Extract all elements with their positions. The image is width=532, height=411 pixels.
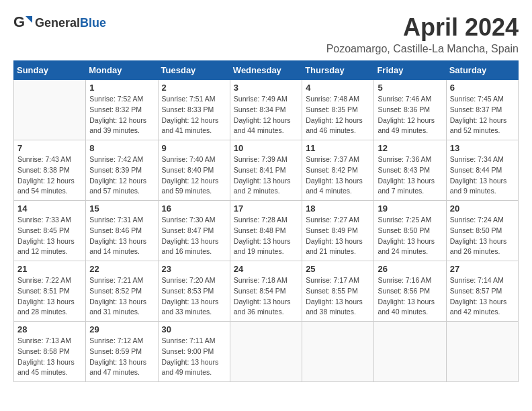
day-number: 18 [306, 203, 370, 214]
logo: G GeneralBlue [13, 13, 106, 32]
week-row-4: 21Sunrise: 7:22 AMSunset: 8:51 PMDayligh… [14, 261, 519, 322]
calendar-header-row: SundayMondayTuesdayWednesdayThursdayFrid… [14, 61, 519, 80]
calendar-cell: 13Sunrise: 7:34 AMSunset: 8:44 PMDayligh… [446, 140, 518, 201]
calendar-cell: 3Sunrise: 7:49 AMSunset: 8:34 PMDaylight… [230, 80, 302, 140]
calendar-cell: 4Sunrise: 7:48 AMSunset: 8:35 PMDaylight… [302, 80, 374, 140]
day-number: 12 [378, 143, 442, 153]
day-info: Sunrise: 7:43 AMSunset: 8:38 PMDaylight:… [17, 154, 82, 197]
day-number: 14 [17, 203, 82, 214]
calendar-cell [230, 322, 302, 382]
logo-icon: G [13, 13, 32, 32]
column-header-monday: Monday [86, 61, 158, 80]
day-number: 26 [378, 264, 442, 274]
day-info: Sunrise: 7:27 AMSunset: 8:49 PMDaylight:… [306, 215, 370, 257]
column-header-thursday: Thursday [302, 61, 374, 80]
week-row-1: 1Sunrise: 7:52 AMSunset: 8:32 PMDaylight… [14, 80, 519, 140]
day-info: Sunrise: 7:39 AMSunset: 8:41 PMDaylight:… [234, 154, 298, 197]
day-number: 2 [162, 83, 226, 93]
calendar-cell: 9Sunrise: 7:40 AMSunset: 8:40 PMDaylight… [158, 140, 230, 201]
day-number: 28 [17, 324, 82, 334]
day-info: Sunrise: 7:14 AMSunset: 8:57 PMDaylight:… [450, 275, 515, 318]
day-info: Sunrise: 7:24 AMSunset: 8:50 PMDaylight:… [450, 215, 515, 257]
calendar-cell: 18Sunrise: 7:27 AMSunset: 8:49 PMDayligh… [302, 201, 374, 261]
svg-text:G: G [13, 13, 25, 30]
day-info: Sunrise: 7:46 AMSunset: 8:36 PMDaylight:… [378, 94, 442, 136]
column-header-tuesday: Tuesday [158, 61, 230, 80]
day-info: Sunrise: 7:13 AMSunset: 8:58 PMDaylight:… [17, 336, 82, 378]
calendar-cell: 11Sunrise: 7:37 AMSunset: 8:42 PMDayligh… [302, 140, 374, 201]
day-number: 19 [378, 203, 442, 214]
day-number: 7 [17, 143, 82, 153]
day-number: 24 [234, 264, 298, 274]
calendar-cell: 25Sunrise: 7:17 AMSunset: 8:55 PMDayligh… [302, 261, 374, 322]
day-number: 13 [450, 143, 515, 153]
day-info: Sunrise: 7:49 AMSunset: 8:34 PMDaylight:… [234, 94, 298, 136]
calendar-cell: 5Sunrise: 7:46 AMSunset: 8:36 PMDaylight… [374, 80, 446, 140]
page-header: G GeneralBlue April 2024 Pozoamargo, Cas… [13, 13, 519, 55]
day-number: 4 [306, 83, 370, 93]
day-number: 27 [450, 264, 515, 274]
day-number: 11 [306, 143, 370, 153]
week-row-3: 14Sunrise: 7:33 AMSunset: 8:45 PMDayligh… [14, 201, 519, 261]
day-number: 29 [89, 324, 154, 334]
calendar-cell: 20Sunrise: 7:24 AMSunset: 8:50 PMDayligh… [446, 201, 518, 261]
calendar-cell: 6Sunrise: 7:45 AMSunset: 8:37 PMDaylight… [446, 80, 518, 140]
logo-blue: Blue [80, 16, 106, 30]
calendar-cell: 1Sunrise: 7:52 AMSunset: 8:32 PMDaylight… [86, 80, 158, 140]
day-info: Sunrise: 7:12 AMSunset: 8:59 PMDaylight:… [89, 336, 154, 378]
calendar-cell [374, 322, 446, 382]
day-info: Sunrise: 7:36 AMSunset: 8:43 PMDaylight:… [378, 154, 442, 197]
day-number: 23 [162, 264, 226, 274]
location-title: Pozoamargo, Castille-La Mancha, Spain [326, 43, 519, 55]
day-info: Sunrise: 7:52 AMSunset: 8:32 PMDaylight:… [89, 94, 154, 136]
day-info: Sunrise: 7:34 AMSunset: 8:44 PMDaylight:… [450, 154, 515, 197]
calendar-cell [446, 322, 518, 382]
calendar-cell: 27Sunrise: 7:14 AMSunset: 8:57 PMDayligh… [446, 261, 518, 322]
title-area: April 2024 Pozoamargo, Castille-La Manch… [326, 13, 519, 55]
calendar-cell: 23Sunrise: 7:20 AMSunset: 8:53 PMDayligh… [158, 261, 230, 322]
day-info: Sunrise: 7:45 AMSunset: 8:37 PMDaylight:… [450, 94, 515, 136]
calendar-cell: 8Sunrise: 7:42 AMSunset: 8:39 PMDaylight… [86, 140, 158, 201]
column-header-wednesday: Wednesday [230, 61, 302, 80]
day-number: 8 [89, 143, 154, 153]
day-number: 22 [89, 264, 154, 274]
day-info: Sunrise: 7:31 AMSunset: 8:46 PMDaylight:… [89, 215, 154, 257]
calendar-cell: 30Sunrise: 7:11 AMSunset: 9:00 PMDayligh… [158, 322, 230, 382]
day-info: Sunrise: 7:42 AMSunset: 8:39 PMDaylight:… [89, 154, 154, 197]
column-header-friday: Friday [374, 61, 446, 80]
calendar-cell: 2Sunrise: 7:51 AMSunset: 8:33 PMDaylight… [158, 80, 230, 140]
calendar-cell: 24Sunrise: 7:18 AMSunset: 8:54 PMDayligh… [230, 261, 302, 322]
day-info: Sunrise: 7:20 AMSunset: 8:53 PMDaylight:… [162, 275, 226, 318]
month-title: April 2024 [326, 13, 519, 42]
calendar-cell [14, 80, 86, 140]
day-number: 15 [89, 203, 154, 214]
day-info: Sunrise: 7:28 AMSunset: 8:48 PMDaylight:… [234, 215, 298, 257]
day-info: Sunrise: 7:33 AMSunset: 8:45 PMDaylight:… [17, 215, 82, 257]
calendar-cell: 14Sunrise: 7:33 AMSunset: 8:45 PMDayligh… [14, 201, 86, 261]
day-info: Sunrise: 7:48 AMSunset: 8:35 PMDaylight:… [306, 94, 370, 136]
week-row-5: 28Sunrise: 7:13 AMSunset: 8:58 PMDayligh… [14, 322, 519, 382]
day-number: 9 [162, 143, 226, 153]
day-info: Sunrise: 7:25 AMSunset: 8:50 PMDaylight:… [378, 215, 442, 257]
calendar-cell: 19Sunrise: 7:25 AMSunset: 8:50 PMDayligh… [374, 201, 446, 261]
day-number: 5 [378, 83, 442, 93]
day-number: 25 [306, 264, 370, 274]
day-info: Sunrise: 7:51 AMSunset: 8:33 PMDaylight:… [162, 94, 226, 136]
day-number: 21 [17, 264, 82, 274]
day-info: Sunrise: 7:18 AMSunset: 8:54 PMDaylight:… [234, 275, 298, 318]
day-number: 16 [162, 203, 226, 214]
calendar-cell [302, 322, 374, 382]
day-info: Sunrise: 7:21 AMSunset: 8:52 PMDaylight:… [89, 275, 154, 318]
day-number: 17 [234, 203, 298, 214]
day-info: Sunrise: 7:17 AMSunset: 8:55 PMDaylight:… [306, 275, 370, 318]
day-info: Sunrise: 7:30 AMSunset: 8:47 PMDaylight:… [162, 215, 226, 257]
calendar-cell: 12Sunrise: 7:36 AMSunset: 8:43 PMDayligh… [374, 140, 446, 201]
calendar-cell: 10Sunrise: 7:39 AMSunset: 8:41 PMDayligh… [230, 140, 302, 201]
day-info: Sunrise: 7:40 AMSunset: 8:40 PMDaylight:… [162, 154, 226, 197]
calendar-cell: 16Sunrise: 7:30 AMSunset: 8:47 PMDayligh… [158, 201, 230, 261]
day-number: 3 [234, 83, 298, 93]
column-header-sunday: Sunday [14, 61, 86, 80]
day-number: 6 [450, 83, 515, 93]
day-info: Sunrise: 7:16 AMSunset: 8:56 PMDaylight:… [378, 275, 442, 318]
calendar-cell: 29Sunrise: 7:12 AMSunset: 8:59 PMDayligh… [86, 322, 158, 382]
